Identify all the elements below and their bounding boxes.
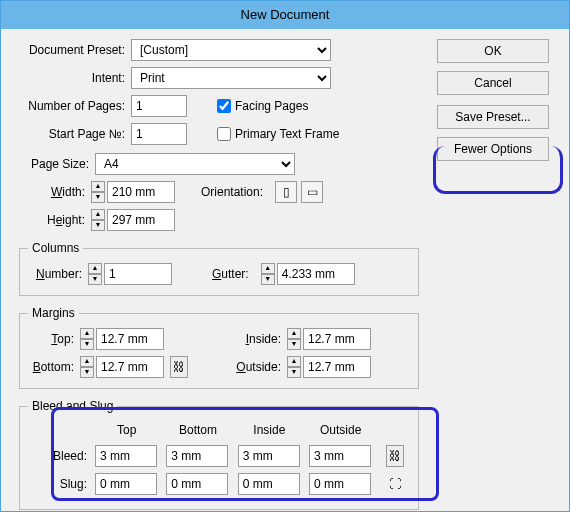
fewer-options-button[interactable]: Fewer Options <box>437 137 549 161</box>
col-top-header: Top <box>92 423 161 441</box>
num-pages-input[interactable] <box>131 95 187 117</box>
page-size-label: Page Size: <box>19 157 95 171</box>
col-number-input[interactable] <box>104 263 172 285</box>
margin-top-label: Top: <box>28 332 80 346</box>
margin-top-input[interactable] <box>96 328 164 350</box>
cancel-button[interactable]: Cancel <box>437 71 549 95</box>
orientation-landscape-icon[interactable]: ▭ <box>301 181 323 203</box>
col-number-stepper[interactable]: ▲▼ <box>88 263 102 285</box>
margin-outside-stepper[interactable]: ▲▼ <box>287 356 301 378</box>
height-label: Height: <box>19 213 91 227</box>
width-input[interactable] <box>107 181 175 203</box>
dialog-title: New Document <box>1 1 569 29</box>
height-stepper[interactable]: ▲▼ <box>91 209 105 231</box>
primary-text-label: Primary Text Frame <box>235 127 339 141</box>
width-label: Width: <box>19 185 91 199</box>
facing-pages-label: Facing Pages <box>235 99 308 113</box>
slug-inside-input[interactable] <box>238 473 300 495</box>
orientation-label: Orientation: <box>201 185 269 199</box>
slug-row-label: Slug: <box>30 471 90 497</box>
slug-outside-input[interactable] <box>309 473 371 495</box>
gutter-label: Gutter: <box>212 267 255 281</box>
new-document-dialog: New Document OK Cancel Save Preset... Fe… <box>0 0 570 512</box>
margins-link-icon[interactable]: ⛓ <box>170 356 188 378</box>
slug-top-input[interactable] <box>95 473 157 495</box>
margin-outside-label: Outside: <box>231 360 287 374</box>
bleed-link-icon[interactable]: ⛓ <box>386 445 404 467</box>
margin-inside-label: Inside: <box>231 332 287 346</box>
bleed-row-label: Bleed: <box>30 443 90 469</box>
document-preset-select[interactable]: [Custom] <box>131 39 331 61</box>
document-preset-label: Document Preset: <box>19 43 131 57</box>
gutter-stepper[interactable]: ▲▼ <box>261 263 275 285</box>
margins-legend: Margins <box>28 306 79 320</box>
ok-button[interactable]: OK <box>437 39 549 63</box>
columns-group: Columns Number: ▲▼ Gutter: ▲▼ <box>19 241 419 296</box>
margin-outside-input[interactable] <box>303 356 371 378</box>
bleed-outside-input[interactable] <box>309 445 371 467</box>
bleed-bottom-input[interactable] <box>166 445 228 467</box>
intent-select[interactable]: Print <box>131 67 331 89</box>
margin-inside-stepper[interactable]: ▲▼ <box>287 328 301 350</box>
col-inside-header: Inside <box>235 423 304 441</box>
margin-inside-input[interactable] <box>303 328 371 350</box>
page-size-select[interactable]: A4 <box>95 153 295 175</box>
save-preset-button[interactable]: Save Preset... <box>437 105 549 129</box>
height-input[interactable] <box>107 209 175 231</box>
primary-text-checkbox[interactable] <box>217 127 231 141</box>
start-page-input[interactable] <box>131 123 187 145</box>
bleed-slug-legend: Bleed and Slug <box>28 399 117 413</box>
col-number-label: Number: <box>28 267 88 281</box>
margins-group: Margins Top: ▲▼ Bottom: ▲▼ ⛓ <box>19 306 419 389</box>
margin-bottom-input[interactable] <box>96 356 164 378</box>
margin-bottom-stepper[interactable]: ▲▼ <box>80 356 94 378</box>
bleed-slug-group: Bleed and Slug Top Bottom Inside Outside… <box>19 399 419 510</box>
columns-legend: Columns <box>28 241 83 255</box>
intent-label: Intent: <box>19 71 131 85</box>
slug-link-icon[interactable]: ⛶ <box>386 473 404 495</box>
orientation-portrait-icon[interactable]: ▯ <box>275 181 297 203</box>
num-pages-label: Number of Pages: <box>19 99 131 113</box>
margin-top-stepper[interactable]: ▲▼ <box>80 328 94 350</box>
facing-pages-checkbox[interactable] <box>217 99 231 113</box>
col-bottom-header: Bottom <box>163 423 232 441</box>
start-page-label: Start Page №: <box>19 127 131 141</box>
gutter-input[interactable] <box>277 263 355 285</box>
bleed-top-input[interactable] <box>95 445 157 467</box>
width-stepper[interactable]: ▲▼ <box>91 181 105 203</box>
bleed-inside-input[interactable] <box>238 445 300 467</box>
slug-bottom-input[interactable] <box>166 473 228 495</box>
col-outside-header: Outside <box>306 423 375 441</box>
margin-bottom-label: Bottom: <box>28 360 80 374</box>
